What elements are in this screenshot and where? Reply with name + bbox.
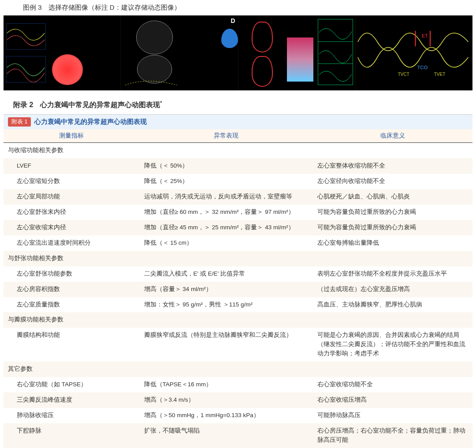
cell-a: 左心室收缩末内径: [4, 220, 140, 235]
table-row: LVEF降低（＜ 50%）左心室整体收缩功能不全: [4, 158, 472, 174]
table-row: 左心室质量指数增加：女性＞ 95 g/m²，男性 ＞115 g/m²高血压、主动…: [4, 297, 472, 313]
appendix-heading-text: 附录 2 心力衰竭中常见的异常超声心动图表现: [13, 101, 160, 108]
cell-b: 增加（直径≥ 45 mm，＞ 25 mm/m²，容量＞ 43 ml/m²）: [140, 220, 313, 235]
table-header-row: 测量指标 异常表现 临床意义: [4, 129, 472, 143]
table-row: 左心房容积指数增高（容量＞ 34 ml/m²）（过去或现在）左心室充盈压增高: [4, 282, 472, 297]
cell-b: 增高（＞50 mmHg，1 mmHg=0.133 kPa）: [140, 408, 313, 423]
cell-b: 降低（＜ 50%）: [140, 158, 313, 174]
cell-b: 扩张，不随吸气塌陷: [140, 423, 313, 448]
cell-b: 降低（＜ 25%）: [140, 174, 313, 189]
tdi-et-label: ET: [422, 33, 428, 38]
table-title-bar: 附表 1 心力衰竭中常见的异常超声心动图表现: [4, 114, 472, 129]
table-row: 左心室舒张功能参数二尖瓣流入模式，E' 或 E/E' 比值异常表明左心室舒张功能…: [4, 266, 472, 282]
cell-b: 增加：女性＞ 95 g/m²，男性 ＞115 g/m²: [140, 297, 313, 313]
col-header-abnormal: 异常表现: [140, 129, 313, 143]
cell-c: 右心室收缩功能不全: [313, 377, 472, 392]
cell-c: 右心房压增高；右心室功能不全；容量负荷过重；肺动脉高压可能: [313, 423, 472, 448]
cell-b: 降低（TAPSE＜16 mm）: [140, 377, 313, 392]
cell-c: 可能肺动脉高压: [313, 408, 472, 423]
cell-a: 左心室缩短分数: [4, 174, 140, 189]
table-row: 瓣膜结构和功能瓣膜狭窄或反流（特别是主动脉瓣狭窄和二尖瓣反流）可能是心力衰竭的原…: [4, 328, 472, 362]
tdi-tvet-label: TVET: [434, 72, 446, 77]
ultrasound-panel-1: [4, 15, 121, 90]
strain-curve-grid: [318, 19, 353, 85]
col-header-clinical: 临床意义: [313, 129, 472, 143]
cell-b: 二尖瓣流入模式，E' 或 E/E' 比值异常: [140, 266, 313, 282]
section-title: 其它参数: [4, 362, 472, 377]
section-header-row: 与舒张功能相关参数: [4, 251, 472, 266]
cell-c: 可能为容量负荷过重所致的心力衰竭: [313, 205, 472, 220]
table-row: 左心室局部功能运动减弱，消失或无运动，反向或矛盾运动，室壁瘤等心肌梗死／缺血、心…: [4, 189, 472, 205]
appendix-heading-sup: *: [160, 100, 162, 105]
panel-d-label: D: [231, 17, 235, 24]
cell-b: 运动减弱，消失或无运动，反向或矛盾运动，室壁瘤等: [140, 189, 313, 205]
svg-point-0: [137, 21, 173, 54]
cell-b: 增高（容量＞ 34 ml/m²）: [140, 282, 313, 297]
cell-b: 增高（＞3.4 m/s）: [140, 392, 313, 408]
cell-c: 左心室整体收缩功能不全: [313, 158, 472, 174]
cell-a: 左心室局部功能: [4, 189, 140, 205]
ultrasound-image-strip: D ET TCO TVCT TVET: [4, 15, 472, 90]
table-row: 左心室舒张末内径增加（直径≥ 60 mm，＞ 32 mm/m²，容量＞ 97 m…: [4, 205, 472, 220]
cell-c: 右心室收缩压增高: [313, 392, 472, 408]
table-row: 右心室功能（如 TAPSE）降低（TAPSE＜16 mm）右心室收缩功能不全: [4, 377, 472, 392]
speckle-tracking-outline: [252, 22, 273, 52]
table-row: 左心室缩短分数降低（＜ 25%）左心室径向收缩功能不全: [4, 174, 472, 189]
tdi-tvct-label: TVCT: [398, 72, 409, 77]
cell-c: 心肌梗死／缺血、心肌病、心肌炎: [313, 189, 472, 205]
cell-a: LVEF: [4, 158, 140, 174]
col-header-measure: 测量指标: [4, 129, 140, 143]
cell-b: 增加（直径≥ 60 mm，＞ 32 mm/m²，容量＞ 97 ml/m²）: [140, 205, 313, 220]
table-row: 三尖瓣反流峰值速度增高（＞3.4 m/s）右心室收缩压增高: [4, 392, 472, 408]
cell-a: 三尖瓣反流峰值速度: [4, 392, 140, 408]
cell-c: 可能为容量负荷过重所致的心力衰竭: [313, 220, 472, 235]
speckle-tracking-outline: [252, 56, 273, 87]
cell-c: （过去或现在）左心室充盈压增高: [313, 282, 472, 297]
table-badge: 附表 1: [8, 117, 31, 127]
cell-c: 左心室径向收缩功能不全: [313, 174, 472, 189]
ultrasound-panel-2: D: [121, 15, 238, 90]
cell-c: 可能是心力衰竭的原因、合并因素或心力衰竭的结局（继发性二尖瓣反流）；评估功能不全…: [313, 328, 472, 362]
section-header-row: 与收缩功能相关参数: [4, 143, 472, 158]
cell-a: 左心室质量指数: [4, 297, 140, 313]
cell-a: 瓣膜结构和功能: [4, 328, 140, 362]
cell-c: 表明左心室舒张功能不全程度并提示充盈压水平: [313, 266, 472, 282]
svg-point-1: [138, 55, 172, 83]
appendix-heading: 附录 2 心力衰竭中常见的异常超声心动图表现*: [13, 100, 472, 110]
table-row: 肺动脉收缩压增高（＞50 mmHg，1 mmHg=0.133 kPa）可能肺动脉…: [4, 408, 472, 423]
section-title: 与收缩功能相关参数: [4, 143, 472, 158]
table-row: 左心室收缩末内径增加（直径≥ 45 mm，＞ 25 mm/m²，容量＞ 43 m…: [4, 220, 472, 235]
cell-a: 左心室舒张末内径: [4, 205, 140, 220]
section-title: 与瓣膜功能相关参数: [4, 312, 472, 328]
table-row: 左心室流出道速度时间积分降低（＜ 15 cm）左心室每搏输出量降低: [4, 235, 472, 251]
table-row: 下腔静脉扩张，不随吸气塌陷右心房压增高；右心室功能不全；容量负荷过重；肺动脉高压…: [4, 423, 472, 448]
echo-findings-table: 测量指标 异常表现 临床意义 与收缩功能相关参数LVEF降低（＜ 50%）左心室…: [4, 129, 472, 448]
strain-colorbar: [287, 37, 313, 82]
cell-a: 左心室舒张功能参数: [4, 266, 140, 282]
cell-b: 瓣膜狭窄或反流（特别是主动脉瓣狭窄和二尖瓣反流）: [140, 328, 313, 362]
section-title: 与舒张功能相关参数: [4, 251, 472, 266]
cell-c: 高血压、主动脉瓣狭窄、肥厚性心肌病: [313, 297, 472, 313]
tdi-tco-label: TCO: [417, 65, 428, 70]
bullseye-plot-icon: [52, 54, 83, 85]
cell-a: 左心室流出道速度时间积分: [4, 235, 140, 251]
cell-a: 右心室功能（如 TAPSE）: [4, 377, 140, 392]
ultrasound-panel-4: ET TCO TVCT TVET: [356, 15, 472, 90]
cell-a: 下腔静脉: [4, 423, 140, 448]
cell-a: 左心房容积指数: [4, 282, 140, 297]
cell-b: 降低（＜ 15 cm）: [140, 235, 313, 251]
table-title: 心力衰竭中常见的异常超声心动图表现: [34, 118, 147, 126]
section-header-row: 与瓣膜功能相关参数: [4, 312, 472, 328]
cell-c: 左心室每搏输出量降低: [313, 235, 472, 251]
section-header-row: 其它参数: [4, 362, 472, 377]
ultrasound-panel-3: [238, 15, 356, 90]
figure-caption: 图例 3 选择存储图像（标注 D：建议存储动态图像）: [23, 4, 472, 12]
cell-a: 肺动脉收缩压: [4, 408, 140, 423]
